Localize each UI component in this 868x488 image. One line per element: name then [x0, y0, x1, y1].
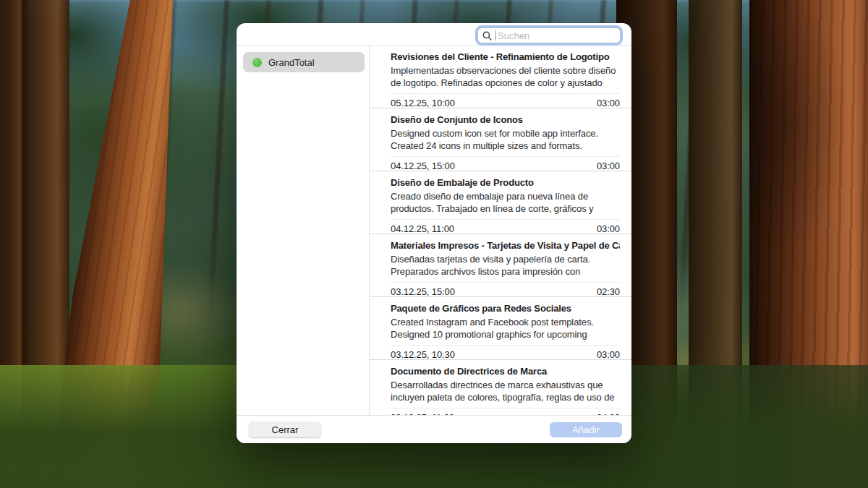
entry-datetime: 04.12.25, 15:00: [391, 160, 455, 171]
entry-datetime: 03.12.25, 15:00: [391, 286, 455, 297]
entry-datetime: 05.12.25, 10:00: [391, 97, 455, 108]
entry-datetime: 04.12.25, 11:00: [391, 223, 454, 234]
sidebar: GrandTotal: [237, 46, 370, 415]
sidebar-item-grandtotal[interactable]: GrandTotal: [243, 52, 365, 72]
dialog-footer: Cerrar Añadir: [237, 415, 631, 443]
time-entry-row[interactable]: Diseño de Embalaje de Producto Creado di…: [370, 171, 631, 234]
time-entry-row[interactable]: Diseño de Conjunto de Iconos Designed cu…: [370, 108, 631, 171]
entry-meta-row: 04.12.25, 15:00 03:00: [391, 157, 620, 171]
entry-description: Creado diseño de embalaje para nueva lín…: [391, 191, 620, 215]
entry-meta-row: 03.12.25, 15:00 02:30: [391, 283, 620, 297]
search-icon: [482, 31, 492, 40]
entry-description: Desarrolladas directrices de marca exhau…: [391, 380, 620, 403]
add-button[interactable]: Añadir: [550, 422, 622, 437]
search-input[interactable]: [497, 30, 616, 41]
entry-meta-row: 02.12.25, 11:00 04:00: [391, 408, 620, 415]
time-entries-dialog: GrandTotal Revisiones del Cliente - Refi…: [237, 23, 631, 443]
entry-title: Diseño de Conjunto de Iconos: [391, 114, 620, 126]
entry-duration: 02:30: [597, 286, 620, 297]
sidebar-item-label: GrandTotal: [268, 57, 315, 68]
entry-title: Diseño de Embalaje de Producto: [391, 177, 620, 189]
entry-meta-row: 04.12.25, 11:00 03:00: [391, 220, 620, 234]
entry-title: Documento de Directrices de Marca: [391, 366, 620, 377]
dialog-header: [237, 23, 631, 46]
time-entry-row[interactable]: Documento de Directrices de Marca Desarr…: [370, 360, 631, 415]
entry-duration: 03:00: [597, 97, 620, 108]
entry-duration: 03:00: [597, 223, 620, 234]
dialog-body: GrandTotal Revisiones del Cliente - Refi…: [237, 46, 631, 415]
entry-description: Designed custom icon set for mobile app …: [391, 128, 620, 152]
time-entry-row[interactable]: Materiales Impresos - Tarjetas de Visita…: [370, 234, 631, 297]
entry-description: Created Instagram and Facebook post temp…: [391, 317, 620, 341]
status-dot-icon: [252, 58, 262, 67]
entry-meta-row: 03.12.25, 10:30 03:00: [391, 346, 620, 360]
entry-description: Implementadas observaciones del cliente …: [391, 65, 620, 89]
entry-list: Revisiones del Cliente - Refinamiento de…: [370, 46, 631, 415]
entry-datetime: 03.12.25, 10:30: [391, 348, 455, 360]
entry-description: Diseñadas tarjetas de visita y papelería…: [391, 254, 620, 278]
entry-title: Materiales Impresos - Tarjetas de Visita…: [391, 240, 620, 252]
entry-meta-row: 05.12.25, 10:00 03:00: [391, 94, 620, 108]
time-entry-row[interactable]: Revisiones del Cliente - Refinamiento de…: [370, 46, 631, 108]
text-cursor: [495, 30, 496, 40]
search-field[interactable]: [477, 27, 621, 43]
entry-title: Revisiones del Cliente - Refinamiento de…: [391, 51, 620, 63]
entry-duration: 03:00: [597, 348, 620, 360]
entry-title: Paquete de Gráficos para Redes Sociales: [391, 303, 620, 314]
entry-duration: 03:00: [597, 160, 620, 171]
close-button[interactable]: Cerrar: [249, 422, 321, 437]
time-entry-row[interactable]: Paquete de Gráficos para Redes Sociales …: [370, 297, 631, 360]
